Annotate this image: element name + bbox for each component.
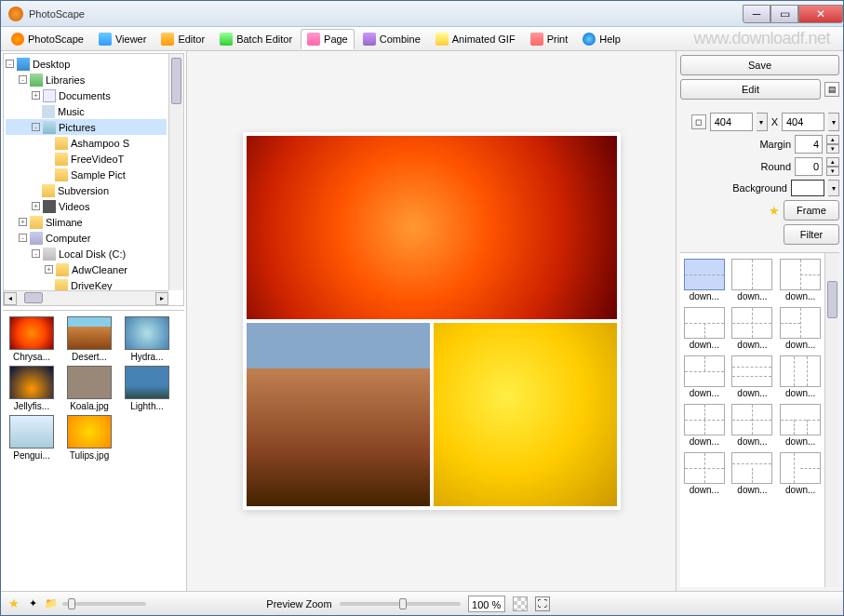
filter-button[interactable]: Filter <box>784 224 839 245</box>
tree-node[interactable]: -Local Disk (C:) <box>6 246 167 261</box>
tab-editor[interactable]: Editor <box>154 29 211 49</box>
thumbnail-image <box>67 316 112 350</box>
layout-template[interactable]: down... <box>778 259 823 301</box>
thumbnail-item[interactable]: Jellyfis... <box>7 366 57 411</box>
expand-icon[interactable]: - <box>19 75 27 84</box>
canvas-cell-bottom-right[interactable] <box>434 323 617 506</box>
tree-node[interactable]: Subversion <box>6 182 167 198</box>
canvas-cell-bottom-left[interactable] <box>247 323 430 506</box>
maximize-button[interactable]: ▭ <box>770 5 798 23</box>
tab-page[interactable]: Page <box>301 29 355 49</box>
thumbnail-item[interactable]: Lighth... <box>122 366 172 411</box>
aspect-lock-icon[interactable]: ◻ <box>691 114 706 129</box>
expand-icon[interactable]: + <box>32 202 40 210</box>
scrollbar-thumb[interactable] <box>171 58 181 104</box>
frame-button[interactable]: Frame <box>784 200 839 221</box>
save-button[interactable]: Save <box>680 55 839 75</box>
close-button[interactable]: ✕ <box>798 5 843 23</box>
folder-tree[interactable]: -Desktop-Libraries+DocumentsMusic-Pictur… <box>4 54 168 305</box>
tree-node[interactable]: -Computer <box>6 230 167 246</box>
edit-button[interactable]: Edit <box>680 79 821 100</box>
grid-toggle-icon[interactable]: ▤ <box>824 82 839 97</box>
expand-icon[interactable]: - <box>19 234 27 242</box>
transparency-toggle-icon[interactable] <box>513 596 528 611</box>
wand-icon[interactable]: ✦ <box>25 596 40 611</box>
tree-node[interactable]: +Videos <box>6 198 167 214</box>
tree-scrollbar-vertical[interactable] <box>168 54 183 290</box>
tree-node[interactable]: FreeVideoT <box>6 151 167 167</box>
layout-template[interactable]: down... <box>730 355 775 398</box>
width-input[interactable] <box>710 113 753 131</box>
expand-icon[interactable]: - <box>6 60 14 68</box>
scrollbar-thumb[interactable] <box>827 281 837 318</box>
tree-node[interactable]: -Pictures <box>6 119 167 135</box>
layout-template[interactable]: down... <box>778 355 823 398</box>
background-dropdown[interactable]: ▾ <box>828 180 839 196</box>
slider-knob[interactable] <box>399 598 407 609</box>
margin-down[interactable]: ▾ <box>826 144 839 154</box>
fullscreen-icon[interactable]: ⛶ <box>535 596 550 611</box>
round-down[interactable]: ▾ <box>826 167 839 176</box>
tab-photoscape[interactable]: PhotoScape <box>5 29 90 49</box>
thumbnail-item[interactable]: Desert... <box>64 316 114 362</box>
background-color-swatch[interactable] <box>791 180 824 196</box>
layout-template[interactable]: down... <box>682 259 727 301</box>
layout-template[interactable]: down... <box>682 404 727 447</box>
layout-template[interactable]: down... <box>778 404 823 447</box>
slider-knob[interactable] <box>68 598 75 609</box>
layout-template[interactable]: down... <box>730 259 775 301</box>
minimize-button[interactable]: ─ <box>743 5 770 23</box>
tab-viewer[interactable]: Viewer <box>92 29 153 49</box>
tree-node[interactable]: +Slimane <box>6 214 167 230</box>
layout-template[interactable]: down... <box>730 307 775 350</box>
height-input[interactable] <box>782 113 824 131</box>
layout-template[interactable]: down... <box>778 452 823 495</box>
scroll-left-arrow[interactable]: ◂ <box>4 292 17 305</box>
thumbnail-item[interactable]: Pengui... <box>7 415 57 461</box>
round-up[interactable]: ▴ <box>826 157 839 167</box>
layout-template[interactable]: down... <box>730 452 775 495</box>
margin-input[interactable] <box>795 135 823 154</box>
margin-up[interactable]: ▴ <box>826 135 839 144</box>
favorite-icon[interactable]: ★ <box>7 596 21 611</box>
layout-template[interactable]: down... <box>778 307 823 350</box>
thumbnail-item[interactable]: Chrysa... <box>7 316 57 362</box>
layouts-scrollbar[interactable] <box>824 253 839 587</box>
folder-icon[interactable]: 📁 <box>44 596 59 611</box>
thumbnail-item[interactable]: Tulips.jpg <box>64 415 114 461</box>
thumb-size-slider[interactable] <box>62 602 146 606</box>
round-input[interactable] <box>795 157 823 176</box>
tree-node[interactable]: Music <box>6 103 167 119</box>
tree-scrollbar-horizontal[interactable]: ◂ ▸ <box>4 290 168 305</box>
width-dropdown[interactable]: ▾ <box>757 113 768 131</box>
scroll-track[interactable] <box>17 292 155 305</box>
tree-node[interactable]: -Desktop <box>6 56 167 72</box>
tree-node[interactable]: Sample Pict <box>6 167 167 182</box>
tree-node[interactable]: +Documents <box>6 87 167 103</box>
tab-animated-gif[interactable]: Animated GIF <box>429 29 522 49</box>
height-dropdown[interactable]: ▾ <box>828 113 839 131</box>
expand-icon[interactable]: - <box>32 249 40 258</box>
tab-combine[interactable]: Combine <box>356 29 427 49</box>
layout-template[interactable]: down... <box>682 307 727 350</box>
expand-icon[interactable]: - <box>32 123 40 131</box>
tab-print[interactable]: Print <box>524 29 575 49</box>
zoom-slider[interactable] <box>340 602 461 606</box>
thumbnail-item[interactable]: Hydra... <box>122 316 172 362</box>
tab-batch-editor[interactable]: Batch Editor <box>213 29 299 49</box>
layout-template[interactable]: down... <box>730 404 775 447</box>
canvas-cell-top[interactable] <box>247 136 617 319</box>
expand-icon[interactable]: + <box>19 218 27 226</box>
scrollbar-thumb[interactable] <box>24 292 43 303</box>
layout-template[interactable]: down... <box>682 355 727 398</box>
scroll-right-arrow[interactable]: ▸ <box>155 292 168 305</box>
tree-node[interactable]: +AdwCleaner <box>6 261 167 277</box>
tree-node[interactable]: Ashampoo S <box>6 135 167 151</box>
layout-template[interactable]: down... <box>682 452 727 495</box>
page-canvas[interactable] <box>243 132 621 510</box>
expand-icon[interactable]: + <box>32 91 40 100</box>
expand-icon[interactable]: + <box>45 265 53 274</box>
tab-help[interactable]: Help <box>576 29 627 49</box>
thumbnail-item[interactable]: Koala.jpg <box>64 366 114 411</box>
tree-node[interactable]: -Libraries <box>6 72 167 87</box>
